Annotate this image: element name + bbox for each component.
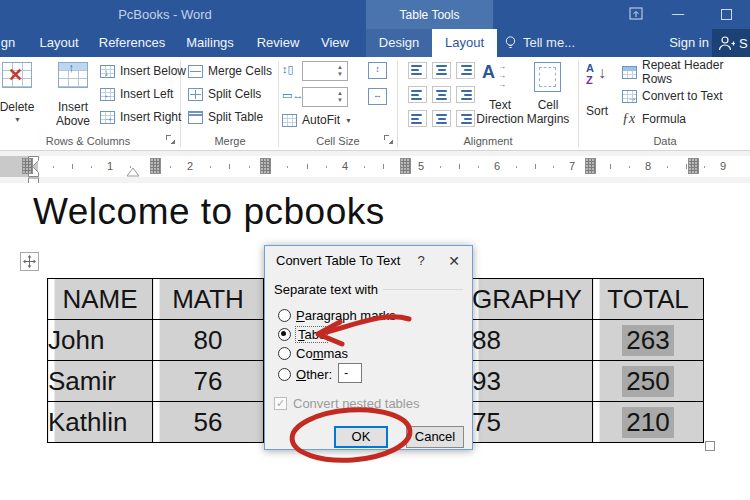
sign-in-button[interactable]: Sign in (666, 29, 712, 57)
distribute-rows-button[interactable]: ↕ (368, 62, 387, 79)
row-height-spinner[interactable]: ▲▼ (334, 62, 346, 80)
table-column-marker[interactable] (150, 158, 161, 174)
tab-table-tools-layout-active[interactable]: Layout (432, 29, 497, 57)
insert-right-button[interactable]: → Insert Right (100, 108, 181, 126)
word-window: PcBooks - Word Table Tools — gn Layout R… (0, 0, 750, 500)
document-heading[interactable]: Welcome to pcbooks (33, 191, 385, 233)
align-top-right-button[interactable] (456, 62, 475, 79)
radio-circle[interactable] (278, 347, 291, 360)
dialog-help-button[interactable]: ? (414, 246, 428, 276)
groupbox-line (381, 289, 463, 290)
ruler-number-9: 9 (720, 156, 726, 177)
cell-size-dialog-launcher[interactable] (384, 135, 393, 144)
account-share-button[interactable]: S (712, 29, 750, 57)
header-name[interactable]: NAME (48, 279, 153, 320)
align-top-center-button[interactable] (432, 62, 451, 79)
other-separator-input[interactable]: - (338, 363, 362, 383)
cell-margins-label2[interactable]: Margins (524, 112, 572, 126)
dialog-close-button[interactable]: ✕ (446, 246, 462, 276)
table-column-marker[interactable] (585, 158, 596, 174)
header-math[interactable]: MATH (153, 279, 264, 320)
delete-button[interactable]: ✕ Delete ▼ (0, 60, 44, 140)
ruler-dot (553, 166, 554, 168)
convert-to-text-button[interactable]: → Convert to Text (622, 87, 722, 105)
cell-math[interactable]: 80 (153, 320, 264, 361)
repeat-header-rows-button[interactable]: Repeat Header Rows (622, 63, 750, 81)
radio-circle[interactable] (278, 309, 291, 322)
table-column-marker[interactable] (688, 158, 699, 174)
text-direction-button[interactable]: A →→→ (482, 62, 506, 89)
sort-button[interactable]: A Z ↓ Sort (586, 62, 620, 118)
insert-above-button[interactable]: ↑ Insert Above (50, 60, 96, 140)
cancel-button[interactable]: Cancel (406, 426, 464, 448)
distribute-columns-button[interactable]: ↔ (368, 88, 387, 105)
alignment-grid (408, 62, 475, 127)
cell-name[interactable]: Kathlin (48, 402, 153, 443)
cell-total[interactable]: 250 (593, 361, 704, 402)
radio-paragraph-marks[interactable]: Paragraph marks (278, 307, 396, 323)
ok-button[interactable]: OK (334, 426, 388, 448)
cell-total[interactable]: 263 (593, 320, 704, 361)
radio-tabs-selected[interactable]: Tabs (278, 326, 327, 342)
cell-graphy[interactable]: 93 (472, 361, 593, 402)
tab-mailings[interactable]: Mailings (180, 29, 240, 57)
align-bottom-center-button[interactable] (432, 110, 451, 127)
formula-button[interactable]: ƒx Formula (622, 110, 686, 128)
ribbon-display-options-icon (629, 7, 643, 21)
split-table-button[interactable]: Split Table (188, 108, 263, 126)
align-center-button[interactable] (432, 86, 451, 103)
merge-cells-button[interactable]: Merge Cells (188, 62, 272, 80)
rows-columns-dialog-launcher[interactable] (166, 135, 175, 144)
align-center-left-button[interactable] (408, 86, 427, 103)
radio-circle-selected[interactable] (278, 328, 291, 341)
cell-name[interactable]: John (48, 320, 153, 361)
group-label-rows-columns: Rows & Columns (10, 135, 166, 147)
tab-design-document-partial[interactable]: gn (0, 29, 22, 57)
radio-circle[interactable] (278, 368, 291, 381)
split-cells-button[interactable]: Split Cells (188, 85, 261, 103)
cell-math[interactable]: 56 (153, 402, 264, 443)
ribbon-display-options-button[interactable] (628, 7, 644, 22)
maximize-button[interactable] (718, 7, 734, 22)
table-move-handle[interactable] (20, 252, 39, 271)
column-width-spinner[interactable]: ▲▼ (334, 88, 346, 106)
table-column-marker[interactable] (400, 158, 411, 174)
insert-below-button[interactable]: ↓ Insert Below (100, 62, 186, 80)
ruler-tick (383, 164, 384, 169)
tab-layout-document[interactable]: Layout (36, 29, 82, 57)
convert-nested-tables-checkbox: ✓ Convert nested tables (274, 396, 419, 411)
insert-right-icon: → (100, 111, 115, 124)
table-resize-handle[interactable] (705, 441, 715, 451)
autofit-button[interactable]: AutoFit ▼ (282, 111, 352, 129)
tell-me-box[interactable]: Tell me... (504, 29, 596, 57)
ruler-number-2: 2 (187, 156, 193, 177)
cell-graphy[interactable]: 88 (472, 320, 593, 361)
ruler-dot (516, 166, 517, 168)
radio-other[interactable]: Other: (278, 366, 332, 382)
align-bottom-left-button[interactable] (408, 110, 427, 127)
cell-name[interactable]: Samir (48, 361, 153, 402)
cell-margins-label1[interactable]: Cell (524, 98, 572, 112)
cell-math[interactable]: 76 (153, 361, 264, 402)
align-top-left-button[interactable] (408, 62, 427, 79)
tab-review[interactable]: Review (254, 29, 302, 57)
tab-view[interactable]: View (316, 29, 354, 57)
header-graphy[interactable]: GRAPHY (472, 279, 593, 320)
cell-total[interactable]: 210 (593, 402, 704, 443)
table-column-marker[interactable] (22, 158, 33, 174)
repeat-header-rows-icon (622, 66, 637, 79)
cell-graphy[interactable]: 75 (472, 402, 593, 443)
table-column-marker[interactable] (260, 158, 271, 174)
delete-dropdown-caret: ▼ (14, 116, 21, 123)
tab-table-tools-design[interactable]: Design (370, 29, 428, 57)
column-move-marker[interactable] (126, 167, 140, 177)
merge-cells-icon (188, 65, 203, 78)
text-direction-label1[interactable]: Text (472, 98, 528, 112)
cell-margins-button[interactable] (534, 62, 561, 92)
radio-commas[interactable]: Commas (278, 345, 348, 361)
tab-references[interactable]: References (96, 29, 168, 57)
minimize-button[interactable]: — (670, 7, 686, 22)
insert-left-button[interactable]: ← Insert Left (100, 85, 173, 103)
header-total[interactable]: TOTAL (593, 279, 704, 320)
text-direction-label2[interactable]: Direction (472, 112, 528, 126)
